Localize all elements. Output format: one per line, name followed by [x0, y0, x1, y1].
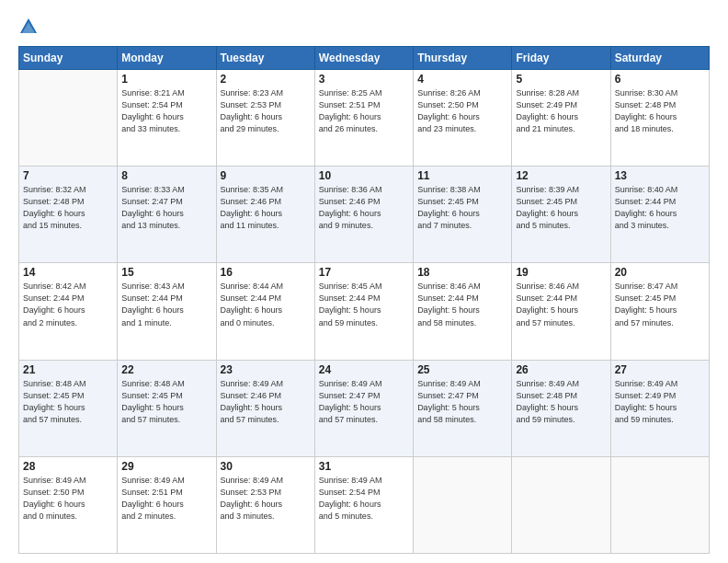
day-info: Sunrise: 8:43 AM Sunset: 2:44 PM Dayligh… [121, 281, 211, 328]
calendar-cell: 17Sunrise: 8:45 AM Sunset: 2:44 PM Dayli… [314, 263, 413, 360]
day-number: 1 [121, 73, 211, 86]
day-number: 22 [121, 363, 211, 376]
day-info: Sunrise: 8:49 AM Sunset: 2:51 PM Dayligh… [121, 475, 211, 523]
day-number: 13 [615, 169, 705, 182]
day-number: 4 [417, 73, 507, 86]
calendar-header-row: SundayMondayTuesdayWednesdayThursdayFrid… [19, 47, 710, 70]
day-info: Sunrise: 8:38 AM Sunset: 2:45 PM Dayligh… [417, 184, 507, 232]
day-info: Sunrise: 8:46 AM Sunset: 2:44 PM Dayligh… [417, 281, 507, 328]
day-info: Sunrise: 8:39 AM Sunset: 2:45 PM Dayligh… [516, 184, 606, 232]
day-number: 8 [121, 169, 211, 182]
day-number: 16 [221, 266, 311, 279]
day-number: 10 [319, 169, 409, 182]
calendar-cell: 25Sunrise: 8:49 AM Sunset: 2:47 PM Dayli… [414, 360, 512, 456]
day-number: 2 [221, 73, 311, 86]
day-info: Sunrise: 8:49 AM Sunset: 2:48 PM Dayligh… [516, 378, 606, 426]
day-info: Sunrise: 8:49 AM Sunset: 2:47 PM Dayligh… [417, 378, 507, 426]
calendar-cell: 23Sunrise: 8:49 AM Sunset: 2:46 PM Dayli… [216, 360, 314, 456]
day-info: Sunrise: 8:49 AM Sunset: 2:49 PM Dayligh… [615, 378, 705, 426]
calendar-cell: 3Sunrise: 8:25 AM Sunset: 2:51 PM Daylig… [314, 70, 413, 167]
calendar-header-tuesday: Tuesday [216, 47, 314, 70]
calendar-cell: 30Sunrise: 8:49 AM Sunset: 2:53 PM Dayli… [216, 456, 314, 553]
calendar-cell: 6Sunrise: 8:30 AM Sunset: 2:48 PM Daylig… [610, 70, 709, 167]
day-info: Sunrise: 8:47 AM Sunset: 2:45 PM Dayligh… [615, 281, 705, 328]
calendar-cell: 7Sunrise: 8:32 AM Sunset: 2:48 PM Daylig… [19, 167, 118, 263]
day-info: Sunrise: 8:49 AM Sunset: 2:54 PM Dayligh… [319, 475, 409, 523]
calendar: SundayMondayTuesdayWednesdayThursdayFrid… [18, 46, 710, 554]
calendar-cell [610, 456, 709, 553]
day-number: 12 [516, 169, 606, 182]
day-info: Sunrise: 8:49 AM Sunset: 2:46 PM Dayligh… [221, 378, 311, 426]
day-number: 7 [23, 169, 113, 182]
day-info: Sunrise: 8:26 AM Sunset: 2:50 PM Dayligh… [417, 87, 507, 135]
calendar-cell: 31Sunrise: 8:49 AM Sunset: 2:54 PM Dayli… [314, 456, 413, 553]
day-info: Sunrise: 8:40 AM Sunset: 2:44 PM Dayligh… [615, 184, 705, 232]
calendar-cell: 11Sunrise: 8:38 AM Sunset: 2:45 PM Dayli… [414, 167, 512, 263]
calendar-week-row: 7Sunrise: 8:32 AM Sunset: 2:48 PM Daylig… [19, 167, 710, 263]
calendar-cell: 21Sunrise: 8:48 AM Sunset: 2:45 PM Dayli… [19, 360, 118, 456]
day-number: 20 [615, 266, 705, 279]
day-info: Sunrise: 8:46 AM Sunset: 2:44 PM Dayligh… [516, 281, 606, 328]
day-info: Sunrise: 8:35 AM Sunset: 2:46 PM Dayligh… [221, 184, 311, 232]
day-number: 19 [516, 266, 606, 279]
day-info: Sunrise: 8:28 AM Sunset: 2:49 PM Dayligh… [516, 87, 606, 135]
day-number: 11 [417, 169, 507, 182]
calendar-cell [512, 456, 610, 553]
calendar-cell: 15Sunrise: 8:43 AM Sunset: 2:44 PM Dayli… [118, 263, 216, 360]
calendar-cell: 14Sunrise: 8:42 AM Sunset: 2:44 PM Dayli… [19, 263, 118, 360]
calendar-cell: 24Sunrise: 8:49 AM Sunset: 2:47 PM Dayli… [314, 360, 413, 456]
calendar-week-row: 21Sunrise: 8:48 AM Sunset: 2:45 PM Dayli… [19, 360, 710, 456]
calendar-cell: 18Sunrise: 8:46 AM Sunset: 2:44 PM Dayli… [414, 263, 512, 360]
day-info: Sunrise: 8:32 AM Sunset: 2:48 PM Dayligh… [23, 184, 113, 232]
day-number: 26 [516, 363, 606, 376]
calendar-cell: 26Sunrise: 8:49 AM Sunset: 2:48 PM Dayli… [512, 360, 610, 456]
calendar-cell: 4Sunrise: 8:26 AM Sunset: 2:50 PM Daylig… [414, 70, 512, 167]
calendar-week-row: 28Sunrise: 8:49 AM Sunset: 2:50 PM Dayli… [19, 456, 710, 553]
calendar-header-thursday: Thursday [414, 47, 512, 70]
day-number: 23 [221, 363, 311, 376]
page: SundayMondayTuesdayWednesdayThursdayFrid… [0, 0, 728, 563]
calendar-header-wednesday: Wednesday [314, 47, 413, 70]
calendar-header-sunday: Sunday [19, 47, 118, 70]
day-number: 24 [319, 363, 409, 376]
calendar-cell: 13Sunrise: 8:40 AM Sunset: 2:44 PM Dayli… [610, 167, 709, 263]
day-info: Sunrise: 8:49 AM Sunset: 2:53 PM Dayligh… [221, 475, 311, 523]
calendar-cell [414, 456, 512, 553]
day-number: 5 [516, 73, 606, 86]
calendar-cell: 8Sunrise: 8:33 AM Sunset: 2:47 PM Daylig… [118, 167, 216, 263]
day-number: 21 [23, 363, 113, 376]
day-number: 29 [121, 460, 211, 473]
calendar-cell: 12Sunrise: 8:39 AM Sunset: 2:45 PM Dayli… [512, 167, 610, 263]
day-info: Sunrise: 8:49 AM Sunset: 2:47 PM Dayligh… [319, 378, 409, 426]
day-number: 17 [319, 266, 409, 279]
day-info: Sunrise: 8:25 AM Sunset: 2:51 PM Dayligh… [319, 87, 409, 135]
calendar-cell: 9Sunrise: 8:35 AM Sunset: 2:46 PM Daylig… [216, 167, 314, 263]
day-number: 15 [121, 266, 211, 279]
calendar-header-saturday: Saturday [610, 47, 709, 70]
calendar-cell: 10Sunrise: 8:36 AM Sunset: 2:46 PM Dayli… [314, 167, 413, 263]
day-info: Sunrise: 8:42 AM Sunset: 2:44 PM Dayligh… [23, 281, 113, 328]
day-info: Sunrise: 8:23 AM Sunset: 2:53 PM Dayligh… [221, 87, 311, 135]
day-number: 25 [417, 363, 507, 376]
calendar-cell: 20Sunrise: 8:47 AM Sunset: 2:45 PM Dayli… [610, 263, 709, 360]
day-info: Sunrise: 8:36 AM Sunset: 2:46 PM Dayligh… [319, 184, 409, 232]
day-info: Sunrise: 8:44 AM Sunset: 2:44 PM Dayligh… [221, 281, 311, 328]
calendar-cell: 19Sunrise: 8:46 AM Sunset: 2:44 PM Dayli… [512, 263, 610, 360]
day-info: Sunrise: 8:45 AM Sunset: 2:44 PM Dayligh… [319, 281, 409, 328]
day-number: 30 [221, 460, 311, 473]
day-number: 27 [615, 363, 705, 376]
calendar-cell: 29Sunrise: 8:49 AM Sunset: 2:51 PM Dayli… [118, 456, 216, 553]
calendar-cell: 28Sunrise: 8:49 AM Sunset: 2:50 PM Dayli… [19, 456, 118, 553]
day-info: Sunrise: 8:33 AM Sunset: 2:47 PM Dayligh… [121, 184, 211, 232]
calendar-cell: 22Sunrise: 8:48 AM Sunset: 2:45 PM Dayli… [118, 360, 216, 456]
day-number: 3 [319, 73, 409, 86]
logo [18, 17, 42, 37]
logo-icon [18, 17, 39, 37]
calendar-header-friday: Friday [512, 47, 610, 70]
calendar-week-row: 14Sunrise: 8:42 AM Sunset: 2:44 PM Dayli… [19, 263, 710, 360]
calendar-cell: 16Sunrise: 8:44 AM Sunset: 2:44 PM Dayli… [216, 263, 314, 360]
day-number: 18 [417, 266, 507, 279]
calendar-cell: 5Sunrise: 8:28 AM Sunset: 2:49 PM Daylig… [512, 70, 610, 167]
day-number: 31 [319, 460, 409, 473]
calendar-header-monday: Monday [118, 47, 216, 70]
